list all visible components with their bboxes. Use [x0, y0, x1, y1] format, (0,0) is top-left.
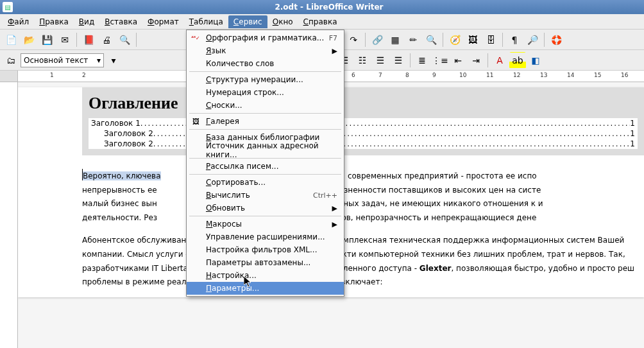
menu-item-орфография-и-грамматика-[interactable]: ᴬᴮ✓Орфография и грамматика...F7 — [187, 31, 344, 44]
menu-формат[interactable]: Формат — [142, 15, 184, 28]
indent-increase-button[interactable]: ⇥ — [468, 52, 484, 69]
menu-item-галерея[interactable]: 🖼Галерея — [187, 115, 344, 128]
paragraph-style-value: Основной текст — [24, 56, 88, 65]
indent-decrease-button[interactable]: ⇤ — [450, 52, 466, 69]
gallery-icon: 🖼 — [191, 116, 201, 126]
menu-окно[interactable]: Окно — [267, 15, 298, 28]
table-of-contents: Оглавление Заголовок 1..................… — [82, 87, 644, 155]
menu-item-сортировать-[interactable]: Сортировать... — [187, 176, 344, 189]
background-color-button[interactable]: ◧ — [527, 52, 544, 69]
menu-item-параметры-автозамены-[interactable]: Параметры автозамены... — [187, 256, 344, 269]
new-doc-button[interactable]: 📄 — [3, 31, 19, 48]
spellcheck-icon: ᴬᴮ✓ — [191, 33, 201, 43]
menu-item-рассылка-писем-[interactable]: Рассылка писем... — [187, 160, 344, 173]
find-button[interactable]: 🔍 — [423, 31, 439, 48]
chevron-right-icon: ▶ — [332, 204, 337, 213]
menu-справка[interactable]: Справка — [298, 15, 343, 28]
menu-item-количество-слов[interactable]: Количество слов — [187, 57, 344, 70]
numbered-list-button[interactable]: ≣ — [414, 52, 430, 69]
font-color-button[interactable]: A — [491, 52, 508, 69]
email-button[interactable]: ✉ — [56, 31, 73, 48]
redo-button[interactable]: ↷ — [345, 31, 362, 48]
body-paragraph-2[interactable]: Абонентское обслуживание от IT Libertas … — [82, 232, 644, 297]
hyperlink-button[interactable]: 🔗 — [369, 31, 386, 48]
window-title: 2.odt - LibreOffice Writer — [17, 3, 641, 12]
window-titlebar: ▤ 2.odt - LibreOffice Writer — [0, 0, 644, 14]
toc-entry[interactable]: Заголовок 2.............................… — [89, 139, 638, 149]
body-paragraph-1[interactable]: Вероятно, ключевауктуры современных пред… — [82, 168, 644, 232]
styles-button[interactable]: 🗂 — [3, 52, 19, 69]
menu-файл[interactable]: Файл — [3, 15, 34, 28]
menu-item-настройка-[interactable]: Настройка... — [187, 269, 344, 282]
align-center-button[interactable]: ☷ — [354, 52, 371, 69]
highlight-button[interactable]: ab — [509, 52, 526, 69]
save-button[interactable]: 💾 — [38, 31, 55, 48]
font-dropdown-icon[interactable]: ▾ — [105, 52, 122, 69]
toc-title: Оглавление — [89, 91, 638, 118]
tools-menu-dropdown: ᴬᴮ✓Орфография и грамматика...F7Язык▶Коли… — [186, 30, 344, 297]
paragraph-style-select[interactable]: Основной текст ▾ — [21, 53, 104, 67]
chevron-right-icon: ▶ — [332, 47, 337, 55]
table-button[interactable]: ▦ — [387, 31, 403, 48]
menu-item-сноски-[interactable]: Сноски... — [187, 99, 344, 112]
toc-entry[interactable]: Заголовок 1.............................… — [89, 118, 638, 128]
toc-entry[interactable]: Заголовок 2.............................… — [89, 128, 638, 139]
menu-правка[interactable]: Правка — [34, 15, 74, 28]
app-icon: ▤ — [3, 2, 13, 12]
menu-сервис[interactable]: Сервис — [228, 15, 267, 28]
open-button[interactable]: 📂 — [21, 31, 37, 48]
menubar: ФайлПравкаВидВставкаФорматТаблицаСервисО… — [0, 14, 644, 30]
zoom-button[interactable]: 🔎 — [524, 31, 541, 48]
menu-item-управление-расширениями-[interactable]: Управление расширениями... — [187, 231, 344, 243]
menu-item-вычислить[interactable]: ВычислитьCtrl++ — [187, 189, 344, 202]
bullet-list-button[interactable]: ⋮≡ — [432, 52, 448, 69]
align-justify-button[interactable]: ☰ — [390, 52, 407, 69]
gallery-button[interactable]: 🖼 — [464, 31, 481, 48]
menu-item-язык[interactable]: Язык▶ — [187, 44, 344, 57]
menu-item-структура-нумерации-[interactable]: Структура нумерации... — [187, 73, 344, 86]
ruler-vertical[interactable] — [0, 82, 18, 348]
menu-item-параметры-[interactable]: Параметры... — [187, 282, 344, 295]
dropdown-icon: ▾ — [97, 56, 101, 65]
menu-вид[interactable]: Вид — [74, 15, 99, 28]
datasources-button[interactable]: 🗄 — [482, 31, 499, 48]
menu-таблица[interactable]: Таблица — [184, 15, 228, 28]
menu-вставка[interactable]: Вставка — [99, 15, 142, 28]
chevron-right-icon: ▶ — [332, 220, 337, 229]
print-button[interactable]: 🖨 — [98, 31, 115, 48]
print-preview-button[interactable]: 🔍 — [116, 31, 133, 48]
align-right-button[interactable]: ☰ — [372, 52, 389, 69]
nonprinting-button[interactable]: ¶ — [506, 31, 523, 48]
menu-item-нумерация-строк-[interactable]: Нумерация строк... — [187, 86, 344, 99]
menu-item-обновить[interactable]: Обновить▶ — [187, 202, 344, 214]
navigator-button[interactable]: 🧭 — [446, 31, 463, 48]
menu-item-настройка-фильтров-xml-[interactable]: Настройка фильтров XML... — [187, 243, 344, 256]
help-button[interactable]: 🛟 — [548, 31, 564, 48]
show-draw-button[interactable]: ✏ — [405, 31, 421, 48]
menu-item-макросы[interactable]: Макросы▶ — [187, 218, 344, 231]
ruler-corner — [0, 71, 18, 82]
menu-item-источник-данных-адресной-книги-[interactable]: Источник данных адресной книги... — [187, 144, 344, 157]
export-pdf-button[interactable]: 📕 — [80, 31, 97, 48]
